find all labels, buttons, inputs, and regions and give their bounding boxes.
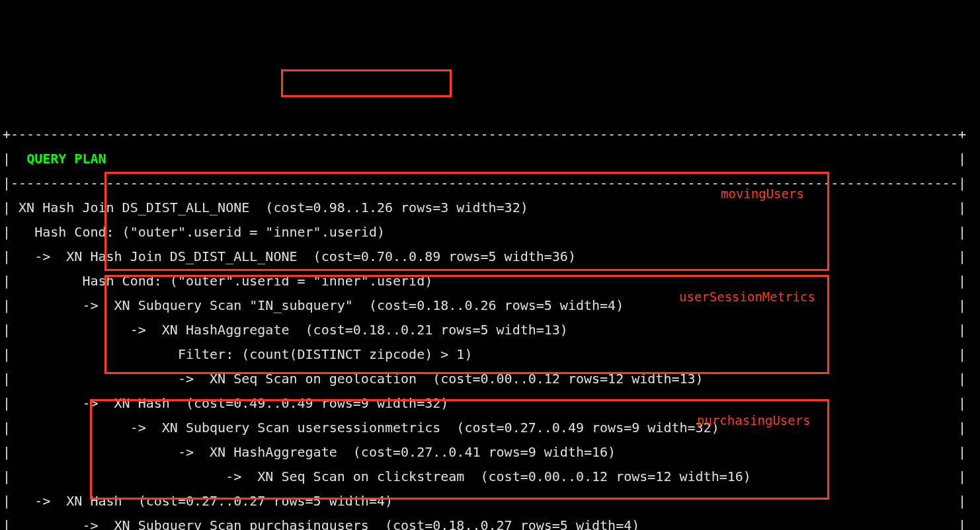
plan-line-1: | XN Hash Join DS_DIST_ALL_NONE (cost=0.… <box>3 200 966 215</box>
plan-line-8: | -> XN Seq Scan on geolocation (cost=0.… <box>3 371 966 387</box>
separator-top: +---------------------------------------… <box>3 126 966 142</box>
purchasing-users-label: purchasingUsers <box>697 409 811 432</box>
plan-line-14: | -> XN Subquery Scan purchasingusers (c… <box>3 517 966 530</box>
header-row: | QUERY PLAN | <box>3 151 966 167</box>
plan-line-13: | -> XN Hash (cost=0.27..0.27 rows=5 wid… <box>3 493 966 509</box>
user-session-metrics-label: userSessionMetrics <box>679 285 815 309</box>
plan-line-9: | -> XN Hash (cost=0.49..0.49 rows=9 wid… <box>3 395 966 411</box>
plan-line-7: | Filter: (count(DISTINCT zipcode) > 1) … <box>3 346 966 362</box>
separator-mid: |---------------------------------------… <box>3 175 966 191</box>
query-plan-output: +---------------------------------------… <box>0 98 980 530</box>
plan-line-2: | Hash Cond: ("outer".userid = "inner".u… <box>3 224 966 240</box>
moving-users-label: movingUsers <box>721 182 804 206</box>
query-plan-header: QUERY PLAN <box>26 151 106 167</box>
plan-line-6: | -> XN HashAggregate (cost=0.18..0.21 r… <box>3 322 966 338</box>
plan-line-11: | -> XN HashAggregate (cost=0.27..0.41 r… <box>3 444 966 460</box>
plan-line-3: | -> XN Hash Join DS_DIST_ALL_NONE (cost… <box>3 248 966 264</box>
plan-line-10: | -> XN Subquery Scan usersessionmetrics… <box>3 420 966 435</box>
cost-highlight-box <box>281 69 452 97</box>
plan-line-12: | -> XN Seq Scan on clickstream (cost=0.… <box>3 469 966 484</box>
plan-line-5: | -> XN Subquery Scan "IN_subquery" (cos… <box>3 297 966 313</box>
plan-line-4: | Hash Cond: ("outer".userid = "inner".u… <box>3 273 966 289</box>
